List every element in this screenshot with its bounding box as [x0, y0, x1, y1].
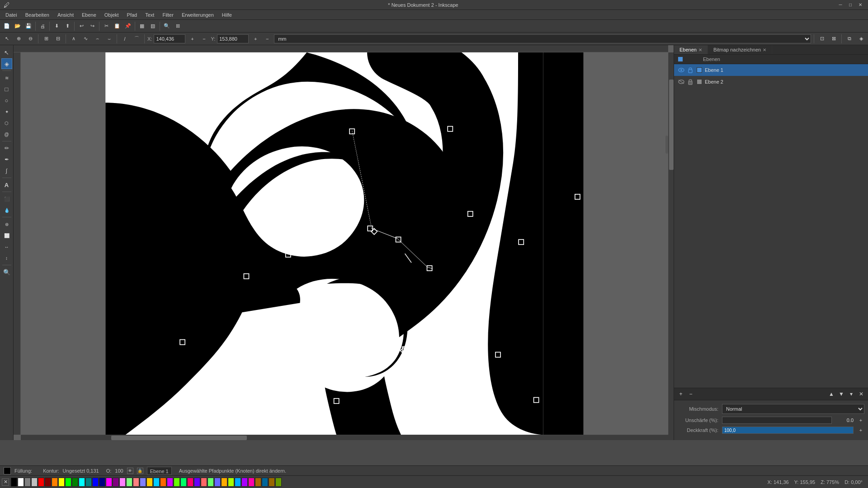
- menu-item-bearbeiten[interactable]: Bearbeiten: [22, 11, 53, 19]
- color-swatch-28[interactable]: [201, 478, 207, 487]
- node-auto-smooth[interactable]: ⌣: [104, 34, 114, 44]
- tab-bitmap-close[interactable]: ✕: [763, 47, 766, 52]
- menu-item-pfad[interactable]: Pfad: [123, 11, 141, 19]
- color-swatch-8[interactable]: [65, 478, 71, 487]
- panel-resize-handle[interactable]: [665, 136, 668, 154]
- gradient-tool-button[interactable]: ⬛: [1, 193, 12, 204]
- color-swatch-14[interactable]: [106, 478, 112, 487]
- tweak-tool-button[interactable]: ≋: [1, 72, 12, 83]
- menu-item-ebene[interactable]: Ebene: [78, 11, 100, 19]
- menu-item-filter[interactable]: Filter: [159, 11, 177, 19]
- eraser-tool-button[interactable]: ⬜: [1, 230, 12, 241]
- measure-tool-button[interactable]: ↕: [1, 253, 12, 263]
- color-swatch-5[interactable]: [45, 478, 51, 487]
- x-minus[interactable]: −: [199, 34, 209, 44]
- color-swatch-34[interactable]: [241, 478, 248, 487]
- color-swatch-27[interactable]: [194, 478, 200, 487]
- connector-tool-button[interactable]: ↔: [1, 241, 12, 252]
- remove-layer-button[interactable]: −: [687, 390, 695, 398]
- visibility-toggle[interactable]: 👁: [127, 468, 133, 474]
- color-swatch-4[interactable]: [38, 478, 44, 487]
- color-swatch-35[interactable]: [248, 478, 255, 487]
- no-color-button[interactable]: ✕: [2, 479, 9, 486]
- calligraphy-tool-button[interactable]: ∫: [1, 165, 12, 176]
- color-swatch-26[interactable]: [187, 478, 193, 487]
- artwork-canvas[interactable]: [21, 52, 668, 435]
- layer-item-2[interactable]: Ebene 2: [674, 76, 868, 88]
- color-swatch-3[interactable]: [31, 478, 38, 487]
- color-swatch-38[interactable]: [269, 478, 275, 487]
- menu-item-text[interactable]: Text: [142, 11, 158, 19]
- undo-button[interactable]: ↩: [76, 21, 86, 31]
- unschaerfe-plus[interactable]: +: [857, 417, 864, 424]
- segment-line[interactable]: /: [120, 34, 130, 44]
- segment-curve[interactable]: ⌒: [132, 34, 142, 44]
- unschaerfe-bar[interactable]: [722, 417, 832, 424]
- color-swatch-37[interactable]: [262, 478, 268, 487]
- spiral-tool-button[interactable]: @: [1, 129, 12, 140]
- redo-button[interactable]: ↪: [87, 21, 97, 31]
- tab-layers[interactable]: Ebenen ✕: [674, 45, 708, 54]
- layer-item-1[interactable]: Ebene 1: [674, 64, 868, 76]
- color-swatch-21[interactable]: [153, 478, 160, 487]
- mischmode-select[interactable]: Normal Multiplizieren Aufhellen: [722, 404, 864, 414]
- deckkraft-bar[interactable]: 100,0: [722, 427, 854, 434]
- y-coordinate-input[interactable]: [217, 34, 249, 43]
- color-swatch-17[interactable]: [126, 478, 132, 487]
- show-clip[interactable]: ⧉: [844, 34, 854, 44]
- x-coordinate-input[interactable]: [154, 34, 185, 43]
- color-swatch-22[interactable]: [160, 478, 166, 487]
- rect-tool-button[interactable]: □: [1, 84, 12, 94]
- star-tool-button[interactable]: ✦: [1, 106, 12, 117]
- layer-1-lock[interactable]: [687, 66, 694, 74]
- fill-swatch[interactable]: [4, 467, 11, 474]
- color-swatch-11[interactable]: [85, 478, 92, 487]
- tab-layers-close[interactable]: ✕: [698, 47, 702, 52]
- color-swatch-19[interactable]: [140, 478, 146, 487]
- color-swatch-20[interactable]: [146, 478, 153, 487]
- color-swatch-0[interactable]: [11, 478, 17, 487]
- save-button[interactable]: 💾: [24, 21, 33, 31]
- cut-button[interactable]: ✂: [101, 21, 111, 31]
- y-plus[interactable]: +: [250, 34, 260, 44]
- color-swatch-16[interactable]: [119, 478, 126, 487]
- color-swatch-6[interactable]: [52, 478, 58, 487]
- minimize-button[interactable]: ─: [836, 1, 844, 9]
- x-plus[interactable]: +: [187, 34, 197, 44]
- menu-item-erweiterungen[interactable]: Erweiterungen: [178, 11, 217, 19]
- menu-item-objekt[interactable]: Objekt: [101, 11, 123, 19]
- layer-indicator[interactable]: Ebene 1: [147, 467, 172, 475]
- layer-2-visibility[interactable]: [678, 78, 685, 85]
- color-swatch-39[interactable]: [275, 478, 282, 487]
- scrollbar-v-thumb[interactable]: [669, 80, 674, 170]
- lock-toggle[interactable]: 🔒: [137, 468, 143, 474]
- color-swatch-32[interactable]: [228, 478, 234, 487]
- color-swatch-2[interactable]: [24, 478, 31, 487]
- color-swatch-7[interactable]: [58, 478, 65, 487]
- layer-settings-button[interactable]: ✕: [857, 390, 865, 398]
- pencil-tool-button[interactable]: ✏: [1, 143, 12, 154]
- menu-item-hilfe[interactable]: Hilfe: [218, 11, 236, 19]
- tab-bitmap[interactable]: Bitmap nachzeichnen ✕: [708, 45, 772, 54]
- color-swatch-1[interactable]: [18, 478, 24, 487]
- layer-1-visibility[interactable]: [678, 66, 685, 74]
- y-minus[interactable]: −: [262, 34, 272, 44]
- maximize-button[interactable]: □: [846, 1, 854, 9]
- copy-button[interactable]: 📋: [112, 21, 122, 31]
- group-button[interactable]: ▦: [137, 21, 147, 31]
- paste-button[interactable]: 📌: [123, 21, 133, 31]
- menu-item-ansicht[interactable]: Ansicht: [54, 11, 77, 19]
- color-swatch-24[interactable]: [174, 478, 180, 487]
- node-break[interactable]: ⊟: [53, 34, 63, 44]
- scrollbar-h-thumb[interactable]: [111, 436, 247, 440]
- node-delete[interactable]: ⊖: [25, 34, 35, 44]
- dropper-tool-button[interactable]: 💧: [1, 205, 12, 216]
- layer-up-button[interactable]: ▲: [827, 390, 835, 398]
- canvas-area[interactable]: [14, 45, 674, 440]
- color-swatch-18[interactable]: [133, 478, 139, 487]
- color-swatch-29[interactable]: [208, 478, 214, 487]
- import-button[interactable]: ⬇: [52, 21, 61, 31]
- color-swatch-30[interactable]: [214, 478, 221, 487]
- node-join[interactable]: ⊞: [41, 34, 51, 44]
- new-button[interactable]: 📄: [2, 21, 12, 31]
